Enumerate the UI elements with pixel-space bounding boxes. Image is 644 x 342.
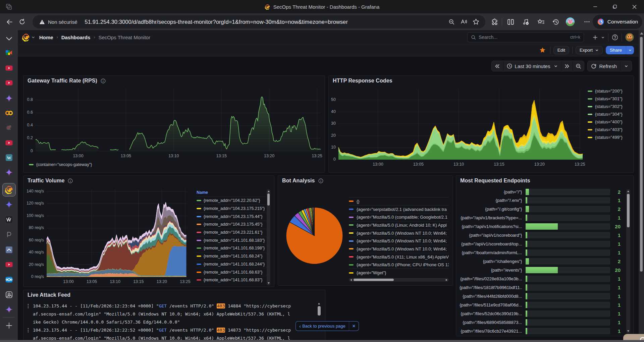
refresh-button[interactable]: Refresh [588, 61, 620, 71]
favorite-star-icon[interactable] [473, 18, 479, 25]
tab-gemini-icon[interactable] [3, 92, 15, 105]
tab-gemini-icon[interactable] [3, 303, 15, 316]
scroll-left-arrow[interactable] [350, 279, 352, 281]
org-switcher-chevron-icon[interactable] [31, 35, 35, 39]
bar-gauge-row[interactable]: {path="/events"} 20 [460, 266, 621, 274]
tab-gemini-purple-icon[interactable] [3, 198, 15, 211]
edit-button[interactable]: Edit [553, 46, 569, 54]
legend-item[interactable]: {remote_addr="104.22.20.62"} [197, 196, 268, 205]
tab-youtube-icon[interactable] [3, 62, 15, 74]
legend-item[interactable]: {agent="Mozilla/5.0 (Windows NT 10.0; Wi… [349, 237, 449, 245]
bar-gauge-row[interactable]: {path="/files/6890458588873... 1 [460, 318, 621, 326]
bar-gauge-row[interactable]: {path="/.git/config"} 2 [460, 205, 621, 213]
split-screen-icon[interactable] [506, 17, 515, 26]
back-button-close-icon[interactable]: ✕ [349, 324, 359, 329]
address-bar[interactable]: Non sécurisé 51.91.254.30:3000/d/adfb8hr… [33, 15, 485, 28]
search-input[interactable]: Search... ctrl+k [467, 32, 584, 42]
legend-item[interactable]: {status="302"} [588, 103, 631, 110]
zoom-out-time-button[interactable] [573, 61, 584, 71]
legend-item[interactable]: {agent="Mozilla/5.0 (Windows NT 10.0; Wi… [349, 229, 449, 237]
scroll-right-arrow[interactable] [446, 279, 447, 281]
extensions-icon[interactable] [490, 17, 499, 26]
log-line[interactable]: 104.23.175.44 - - [11/Feb/2026:12:23:04 … [28, 302, 315, 310]
new-tab-button[interactable] [3, 319, 15, 332]
scroll-up-arrow[interactable] [627, 190, 629, 192]
legend-item[interactable]: {agent="Mozilla/5.0 (Windows NT 10.0; Wi… [349, 245, 449, 253]
bar-gauge-row[interactable]: {path="/files/511e9cd708af06d... 1 [460, 301, 621, 309]
tab-photos-icon[interactable] [3, 288, 15, 301]
panel-scrollbar[interactable] [626, 189, 630, 333]
share-button[interactable]: Share [606, 46, 626, 54]
legend-item[interactable]: {remote_addr="141.101.68.63"} [197, 268, 268, 276]
bar-gauge-row[interactable]: {path="/.env"} 1 [460, 196, 621, 205]
time-forward-button[interactable] [561, 61, 573, 71]
scroll-down-arrow[interactable] [627, 330, 629, 332]
bar-gauge-row[interactable]: {path="/files/44fd26bfd000d8... 1 [460, 292, 621, 300]
export-button[interactable]: Export [576, 46, 603, 54]
legend-item[interactable]: {remote_addr="141.101.68.83"} [197, 276, 268, 284]
bar-gauge-row[interactable]: {path="/files/52dc06c390d19b... 1 [460, 309, 621, 318]
copilot-conversation-button[interactable]: Conversation [593, 15, 642, 29]
legend-item[interactable]: {agent="serpstatbot/2.1 (advanced backli… [349, 205, 449, 213]
tab-chevron-up-app-icon[interactable] [3, 243, 15, 256]
scrollbar-thumb[interactable] [318, 306, 321, 316]
bar-gauge-row[interactable]: {path="/api/v1/scoreboard/top... 1 [460, 240, 621, 248]
tab-youtube-icon[interactable] [3, 76, 15, 89]
bar-gauge-row[interactable]: {path="/api/v1/scoreboard"} 1 [460, 231, 621, 239]
reload-icon[interactable] [17, 17, 27, 26]
time-back-button[interactable] [492, 61, 503, 71]
legend-item[interactable]: {remote_addr="104.23.175.45"} [197, 220, 268, 228]
copilot-floating-button[interactable] [623, 334, 644, 341]
bar-gauge-row[interactable]: {path="/api/v1/brackets?type=... 1 [460, 214, 621, 222]
legend-item[interactable]: {remote_addr="104.23.175.44"} [197, 212, 268, 220]
history-icon[interactable] [551, 17, 560, 26]
refresh-interval-chevron[interactable] [620, 61, 632, 71]
tab-meet-icon[interactable] [3, 46, 15, 59]
tab-nextcloud-icon[interactable] [3, 273, 15, 286]
scrollbar-thumb[interactable] [627, 194, 630, 227]
tab-wiki-w-icon[interactable]: W [3, 151, 15, 164]
maximize-button[interactable] [605, 0, 625, 13]
bar-gauge-row[interactable]: {path="/"} 2 [460, 188, 621, 196]
read-aloud-icon[interactable] [460, 18, 467, 25]
time-range-picker[interactable]: Last 30 minutes [503, 61, 561, 71]
legend-item[interactable]: {status="304"} [588, 110, 631, 118]
legend-item[interactable]: {agent="Mozilla/5.0 (compatible; Googleb… [349, 213, 449, 221]
bar-gauge-row[interactable]: {path="/boaform/admin/formL... 1 [460, 249, 621, 257]
scroll-up-arrow[interactable] [318, 303, 320, 304]
log-row-menu-icon[interactable] [28, 304, 29, 308]
log-row-menu-icon[interactable] [28, 328, 29, 333]
scroll-up-arrow[interactable] [640, 32, 643, 35]
scrollbar-thumb[interactable] [354, 279, 394, 281]
more-menu-icon[interactable] [582, 17, 592, 26]
breadcrumb-home[interactable]: Home [39, 35, 53, 40]
breadcrumb-dashboards[interactable]: Dashboards [61, 35, 91, 40]
legend-item[interactable]: {} [349, 197, 449, 205]
tab-outline-p-icon[interactable] [3, 228, 15, 241]
legend-item[interactable]: {status="403"} [588, 126, 631, 133]
legend-item[interactable]: {agent="Wget"} [349, 269, 449, 277]
legend-item[interactable]: {status="301"} [588, 95, 631, 103]
bar-gauge-row[interactable]: {path="/challenges"} 2 [460, 258, 621, 266]
bar-gauge-row[interactable]: {path="/files/0228e83a109e3b... 1 [460, 275, 621, 283]
legend-item[interactable]: {remote_addr="141.101.68.183"} [197, 236, 268, 244]
bar-gauge-row[interactable]: {path="/files/1818f7b9961bdf11... 1 [460, 284, 621, 292]
share-chevron-button[interactable] [626, 46, 634, 54]
legend-gateway[interactable]: {container="secops-gateway"} [29, 162, 92, 167]
tab-gemini-icon[interactable] [3, 166, 15, 179]
favorites-list-icon[interactable] [536, 17, 545, 26]
minimize-button[interactable] [586, 0, 605, 13]
browser-scrollbar[interactable] [639, 30, 644, 340]
user-avatar[interactable] [625, 33, 634, 42]
legend-item[interactable]: {agent="Mozilla/5.0 (X11; Linux x86_64) … [349, 253, 449, 261]
tab-youtube-icon[interactable] [3, 258, 15, 271]
legend-item[interactable]: {status="400"} [588, 118, 631, 126]
scrollbar-thumb[interactable] [640, 37, 643, 272]
log-line[interactable]: ike Gecko) Chrome/144.0.0.0 Safari/537.3… [28, 318, 315, 326]
panel-title[interactable]: Live Attack Feed [28, 292, 70, 298]
collapse-tabs-icon[interactable] [3, 32, 15, 45]
media-controls-icon[interactable] [521, 17, 530, 26]
log-line[interactable]: af.secops-ensaf.com/login" "Mozilla/5.0 … [28, 334, 315, 340]
url-text[interactable]: 51.91.254.30:3000/d/adfb8hr/secops-threa… [85, 19, 448, 25]
tab-faded-app-icon[interactable] [3, 121, 15, 134]
